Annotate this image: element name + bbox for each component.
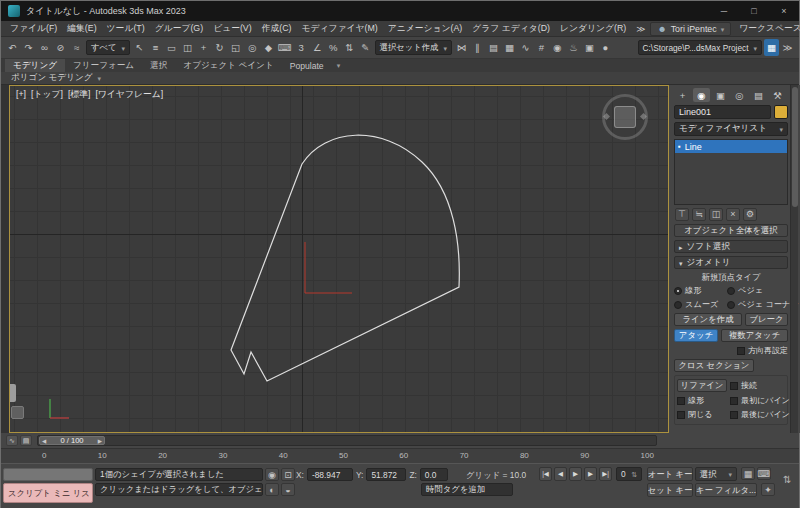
window-crossing-icon[interactable]: ◫ <box>180 39 195 56</box>
create-tab[interactable]: + <box>674 88 691 102</box>
select-link-icon[interactable]: ∞ <box>37 39 52 56</box>
time-slider-track[interactable]: ◀ 0 / 100 ▶ <box>37 435 657 446</box>
select-whole-object-button[interactable]: オブジェクト全体を選択 <box>674 224 788 237</box>
mini-curve-editor-icon[interactable]: ∿ <box>6 435 18 446</box>
menu-item[interactable]: ビュー(V) <box>208 23 257 35</box>
menu-item[interactable]: グラフ エディタ(D) <box>467 23 555 35</box>
select-move-icon[interactable]: + <box>196 39 211 56</box>
ribbon-tab-selection[interactable]: 選択 <box>142 59 175 72</box>
shortcut-override-icon[interactable]: ⌨ <box>757 467 771 480</box>
named-selection-sets-combo[interactable]: 選択セット作成 <box>375 40 452 55</box>
ribbon-minimize-icon[interactable] <box>337 59 341 72</box>
radio-vertex-bezier[interactable]: ベジェ <box>727 285 763 296</box>
z-coordinate-field[interactable]: 0.0 <box>420 468 448 481</box>
radio-vertex-smooth[interactable]: スムーズ <box>674 299 724 310</box>
linear-checkbox[interactable]: 線形 <box>677 395 727 406</box>
ribbon-tab-modeling[interactable]: モデリング <box>5 59 65 72</box>
keyboard-override-icon[interactable]: ⌨ <box>277 39 293 56</box>
viewport-layout-icon[interactable] <box>11 406 24 419</box>
bind-last-checkbox[interactable]: 最後にバインド <box>730 409 798 420</box>
align-icon[interactable]: ∥ <box>470 39 485 56</box>
isolate-selection-icon[interactable]: ◉ <box>265 468 279 481</box>
object-name-field[interactable]: Line001 <box>674 105 771 119</box>
closed-checkbox[interactable]: 閉じる <box>677 409 727 420</box>
menu-item[interactable]: レンダリング(R) <box>555 23 631 35</box>
project-folder-icon[interactable]: ▦ <box>764 39 779 56</box>
close-button[interactable]: × <box>769 1 799 21</box>
scrollbar-thumb[interactable] <box>792 87 798 207</box>
unlink-icon[interactable]: ⊘ <box>53 39 68 56</box>
break-button[interactable]: ブレーク <box>745 313 788 326</box>
auto-key-button[interactable]: オート キー <box>647 467 693 481</box>
menu-item[interactable]: グループ(G) <box>150 23 209 35</box>
key-mode-icon[interactable]: ✦ <box>761 483 775 496</box>
viewport-layout-tab[interactable] <box>10 384 16 402</box>
rect-selection-icon[interactable]: ▭ <box>164 39 179 56</box>
mirror-icon[interactable]: ⋈ <box>454 39 469 56</box>
bind-first-checkbox[interactable]: 最初にバインド <box>730 395 798 406</box>
adaptive-degradation-icon[interactable]: ◐ <box>265 483 279 496</box>
selection-filter-combo[interactable]: すべて <box>86 40 130 55</box>
time-tag-field[interactable]: 時間タグを追加 <box>421 483 513 496</box>
snap-toggle-3d-icon[interactable]: 3 <box>294 39 309 56</box>
menu-item[interactable]: 作成(C) <box>257 23 297 35</box>
make-unique-icon[interactable]: ◫ <box>709 208 723 221</box>
set-key-button[interactable]: セット キー <box>647 483 693 497</box>
project-folder-combo[interactable]: C:\Storage\P...dsMax Project <box>638 40 762 55</box>
command-panel-scrollbar[interactable] <box>790 85 798 433</box>
bind-spacewarp-icon[interactable]: ≈ <box>69 39 84 56</box>
redo-icon[interactable]: ↷ <box>21 39 36 56</box>
schematic-view-icon[interactable]: # <box>534 39 549 56</box>
select-rotate-icon[interactable]: ↻ <box>212 39 227 56</box>
rendered-frame-icon[interactable]: ▣ <box>582 39 597 56</box>
mute-icon[interactable]: ▦ <box>741 467 755 480</box>
viewcube[interactable] <box>602 94 648 140</box>
viewport[interactable]: [+] [トップ] [標準] [ワイヤフレーム] <box>9 85 669 433</box>
undo-icon[interactable]: ↶ <box>5 39 20 56</box>
current-frame-field[interactable]: 0 <box>616 467 642 481</box>
step-forward-icon[interactable]: ▶ <box>98 438 102 444</box>
radio-vertex-bezier-corner[interactable]: ベジェ コーナー <box>727 299 799 310</box>
spinner-icon[interactable] <box>631 469 637 479</box>
toolbar-overflow-icon[interactable]: ≫ <box>780 39 795 56</box>
ribbon-tab-populate[interactable]: Populate <box>282 59 332 72</box>
menu-item[interactable]: ≫ <box>631 24 650 34</box>
menu-item[interactable]: ファイル(F) <box>5 23 62 35</box>
y-coordinate-field[interactable]: 51.872 <box>366 468 406 481</box>
next-frame-button[interactable]: ▶ <box>584 467 597 481</box>
motion-tab[interactable]: ◎ <box>731 88 748 102</box>
ribbon-panel-polygon-modeling[interactable]: ポリゴン モデリング <box>11 72 93 84</box>
x-coordinate-field[interactable]: -88.947 <box>307 468 353 481</box>
time-slider-handle[interactable]: ◀ 0 / 100 ▶ <box>39 436 105 445</box>
render-icon[interactable]: ● <box>598 39 613 56</box>
step-back-icon[interactable]: ◀ <box>42 438 46 444</box>
maxscript-listener-pane[interactable] <box>3 468 93 481</box>
create-line-button[interactable]: ラインを作成 <box>674 313 742 326</box>
object-color-swatch[interactable] <box>774 105 788 119</box>
viewport-menu-renderer[interactable]: [標準] <box>68 89 90 101</box>
maxscript-mini-listener[interactable]: スクリプト ミニ リス <box>3 483 93 503</box>
modify-tab[interactable]: ◉ <box>693 88 710 102</box>
key-filters-button[interactable]: キー フィルタ... <box>695 483 757 497</box>
minimize-button[interactable]: ─ <box>709 1 739 21</box>
track-bar[interactable]: 0102030405060708090100 <box>1 448 799 463</box>
utilities-tab[interactable]: ⚒ <box>769 88 786 102</box>
pin-stack-icon[interactable]: ⊤ <box>675 208 689 221</box>
connect-checkbox[interactable]: 接続 <box>730 380 757 391</box>
attach-multiple-button[interactable]: 複数アタッチ <box>721 329 788 342</box>
go-to-end-button[interactable]: ▶| <box>599 467 612 481</box>
ribbon-tab-freeform[interactable]: フリーフォーム <box>65 59 142 72</box>
layer-explorer-icon[interactable]: ▤ <box>486 39 501 56</box>
account-menu[interactable]: ☻ Tori iPentec <box>650 22 731 36</box>
hierarchy-tab[interactable]: ▣ <box>712 88 729 102</box>
select-by-name-icon[interactable]: ≡ <box>148 39 163 56</box>
curve-editor-icon[interactable]: ∿ <box>518 39 533 56</box>
time-tag-icon[interactable]: ◒ <box>281 483 295 496</box>
refine-button[interactable]: リファイン <box>677 379 727 392</box>
menu-item[interactable]: モディファイヤ(M) <box>296 23 382 35</box>
rollout-soft-selection[interactable]: ソフト選択 <box>674 240 788 253</box>
viewport-menu-pov[interactable]: [トップ] <box>31 89 63 101</box>
play-button[interactable]: ▶ <box>569 467 582 481</box>
modifier-list-combo[interactable]: モディファイヤリスト <box>674 122 788 136</box>
maximize-button[interactable]: □ <box>739 1 769 21</box>
